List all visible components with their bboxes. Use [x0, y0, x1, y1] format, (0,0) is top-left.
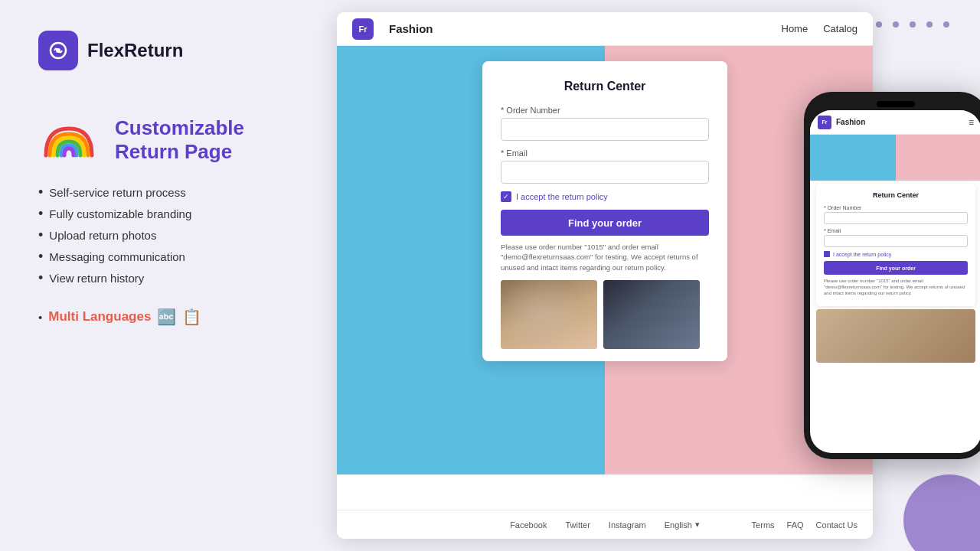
phone-menu-icon[interactable]: ≡	[969, 117, 974, 128]
phone-policy-label: I accept the return policy	[833, 252, 891, 257]
order-number-label: * Order Number	[501, 106, 709, 115]
footer-terms[interactable]: Terms	[752, 520, 775, 530]
phone-hero-right	[896, 135, 980, 181]
return-card-title: Return Center	[501, 80, 709, 93]
dot-4	[926, 21, 933, 28]
browser-logo: Fr	[352, 18, 374, 40]
phone-policy-checkbox[interactable]	[824, 251, 830, 257]
phone-jacket-image	[816, 309, 975, 363]
decoration-dots-top	[876, 21, 949, 28]
phone-hero	[810, 135, 980, 181]
section-title: Customizable Return Page	[115, 116, 244, 164]
product-jacket-image	[501, 280, 597, 349]
right-panel: Fr Fashion Home Catalog Return Center * …	[337, 0, 980, 551]
feature-item: Messaging communication	[38, 249, 306, 263]
footer-instagram[interactable]: Instagram	[609, 520, 646, 530]
brand-header: FlexReturn	[38, 31, 306, 70]
phone-find-button[interactable]: Find your order	[824, 261, 968, 275]
policy-checkbox-row: I accept the return policy	[501, 191, 709, 202]
phone-notch	[877, 101, 915, 107]
dot-5	[943, 21, 949, 28]
brand-logo-icon	[38, 31, 78, 70]
phone-brand-name: Fashion	[836, 118, 865, 126]
footer-language-selector[interactable]: English ▾	[665, 520, 700, 530]
decoration-purple-circle	[903, 474, 980, 551]
svg-point-1	[56, 48, 60, 53]
email-label: * Email	[501, 148, 709, 158]
multilang-row: • Multi Languages 🔤 📋	[38, 308, 306, 326]
phone-card-title: Return Center	[824, 191, 968, 199]
multilang-label: Multi Languages	[48, 309, 151, 324]
nav-link-home[interactable]: Home	[782, 23, 808, 34]
feature-item: Fully customizable branding	[38, 207, 306, 220]
email-input[interactable]	[501, 161, 709, 184]
find-order-button[interactable]: Find your order	[501, 210, 709, 236]
browser-body: Return Center * Order Number * Email I a…	[337, 46, 873, 510]
order-number-input[interactable]	[501, 118, 709, 141]
feature-list: Self-service return process Fully custom…	[38, 185, 306, 292]
section-title-text: Customizable Return Page	[115, 116, 244, 164]
footer-twitter[interactable]: Twitter	[565, 520, 590, 530]
browser-brand-name: Fashion	[389, 22, 433, 35]
phone-navbar: Fr Fashion ≡	[810, 110, 980, 135]
lang-translate-icon: 📋	[182, 308, 201, 326]
phone-policy-row: I accept the return policy	[824, 251, 968, 257]
left-panel: FlexReturn Customizable Return Page Self…	[0, 0, 337, 551]
feature-item: Self-service return process	[38, 185, 306, 199]
footer-faq[interactable]: FAQ	[787, 520, 804, 530]
lang-flag-icon: 🔤	[157, 308, 176, 326]
helper-text: Please use order number "1015" and order…	[501, 242, 709, 272]
footer-contact[interactable]: Contact Us	[816, 520, 858, 530]
policy-label: I accept the return policy	[516, 192, 608, 201]
dot-3	[910, 21, 916, 28]
dot-2	[893, 21, 899, 28]
feature-item: Upload return photos	[38, 228, 306, 242]
browser-window: Fr Fashion Home Catalog Return Center * …	[337, 12, 873, 539]
policy-checkbox[interactable]	[501, 191, 511, 202]
feature-item: View return history	[38, 271, 306, 285]
phone-brand-logo: Fr	[818, 116, 831, 129]
phone-screen: Fr Fashion ≡ Return Center * Order Numbe…	[810, 110, 980, 453]
phone-return-card: Return Center * Order Number * Email I a…	[816, 184, 975, 306]
browser-nav-links: Home Catalog	[782, 23, 858, 34]
return-center-card: Return Center * Order Number * Email I a…	[482, 61, 727, 361]
product-shoes-image	[603, 280, 700, 349]
footer-right-links: Terms FAQ Contact Us	[752, 520, 858, 530]
brand-name-text: FlexReturn	[87, 40, 183, 61]
phone-order-label: * Order Number	[824, 205, 968, 210]
rainbow-icon	[38, 121, 100, 159]
phone-hero-left	[810, 135, 896, 181]
product-images	[501, 280, 709, 349]
section-header: Customizable Return Page	[38, 116, 306, 164]
phone-email-input[interactable]	[824, 235, 968, 247]
footer-facebook[interactable]: Facebook	[510, 520, 547, 530]
dot-1	[876, 21, 882, 28]
phone-helper-text: Please use order number "1015" and order…	[824, 279, 968, 296]
phone-order-input[interactable]	[824, 212, 968, 224]
phone-notch-bar	[810, 98, 980, 110]
nav-link-catalog[interactable]: Catalog	[823, 23, 858, 34]
phone-email-label: * Email	[824, 228, 968, 233]
browser-footer: Facebook Twitter Instagram English ▾ Ter…	[337, 510, 873, 539]
browser-navbar: Fr Fashion Home Catalog	[337, 12, 873, 46]
phone-mockup: Fr Fashion ≡ Return Center * Order Numbe…	[804, 92, 980, 459]
